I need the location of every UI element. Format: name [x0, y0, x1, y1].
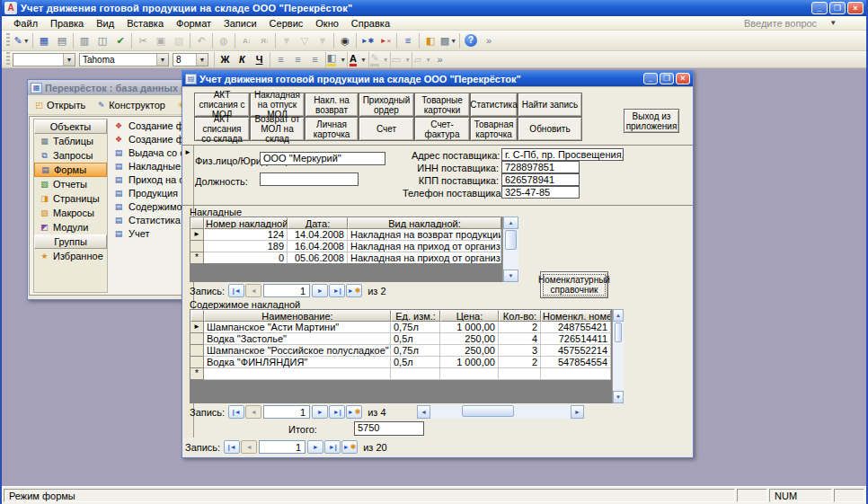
kpp-field[interactable]: 626578941: [501, 173, 580, 186]
next-record-button[interactable]: ►: [312, 284, 328, 297]
minimize-button[interactable]: _: [811, 2, 828, 14]
underline-button[interactable]: Ч: [251, 52, 268, 67]
help-icon[interactable]: ?: [462, 32, 480, 49]
scroll-left-icon[interactable]: ◄: [417, 405, 430, 419]
nomenclature-directory-button[interactable]: Номенклатурный справочник: [540, 271, 608, 298]
line-border-width-icon[interactable]: ▭▼: [393, 52, 410, 67]
ask-question-input[interactable]: Введите вопрос ▼: [744, 18, 859, 29]
font-size-combo[interactable]: 8▼: [173, 53, 208, 66]
print-icon[interactable]: ▥: [75, 32, 93, 49]
menu-records[interactable]: Записи: [217, 17, 263, 30]
sidebar-item-favorites[interactable]: ★Избранное: [34, 249, 107, 263]
toolbar-options-icon[interactable]: »: [480, 32, 498, 49]
align-left-icon[interactable]: ≡: [272, 52, 289, 67]
design-button[interactable]: ✎ Конструктор: [94, 99, 167, 111]
open-button[interactable]: ◰ Открыть: [32, 99, 87, 111]
new-record-icon[interactable]: ►✱: [359, 32, 376, 49]
next-record-button[interactable]: ►: [307, 440, 323, 454]
new-object-icon[interactable]: ▩▼: [439, 32, 457, 49]
table-row[interactable]: Водка "ФИНЛЯНДИЯ" 0,5л 1 000,00 2 547854…: [190, 357, 611, 368]
previous-record-button[interactable]: ◄: [241, 440, 257, 454]
groups-header[interactable]: Группы: [34, 234, 107, 249]
scroll-up-icon[interactable]: ▲: [613, 309, 624, 322]
filter-by-selection-icon[interactable]: ▼: [278, 32, 296, 49]
scroll-up-icon[interactable]: ▲: [503, 217, 518, 229]
view-design-icon[interactable]: ✎▼: [13, 32, 31, 49]
line-color-icon[interactable]: ✎▼: [371, 52, 388, 67]
row-selector[interactable]: [190, 241, 204, 252]
new-record-button[interactable]: ►✱: [346, 284, 362, 297]
sidebar-item-modules[interactable]: ◩Модули: [34, 220, 107, 234]
table-row[interactable]: ► Шампанское "Асти Мартини" 0,75л 1 000,…: [190, 322, 611, 333]
menu-help[interactable]: Справка: [345, 17, 396, 30]
find-icon[interactable]: ◉: [336, 32, 354, 49]
tovarnye-kartochki-button[interactable]: Товарные карточки: [414, 93, 470, 117]
inn-field[interactable]: 728897851: [501, 161, 580, 173]
align-right-icon[interactable]: ≡: [306, 52, 323, 67]
spelling-icon[interactable]: ✔: [111, 32, 129, 49]
scroll-track[interactable]: [430, 405, 571, 419]
object-combo[interactable]: ▼: [13, 53, 75, 66]
last-record-button[interactable]: ►|: [329, 405, 345, 419]
filter-by-form-icon[interactable]: ▽: [296, 32, 314, 49]
current-record-box[interactable]: 1: [263, 405, 310, 419]
menu-edit[interactable]: Правка: [44, 17, 90, 30]
special-effect-icon[interactable]: ▱▼: [414, 52, 431, 67]
col-qty[interactable]: Кол-во:: [499, 310, 541, 322]
last-record-button[interactable]: ►|: [324, 440, 341, 454]
scroll-thumb[interactable]: [505, 230, 517, 250]
new-record-button[interactable]: ►✱: [346, 405, 362, 419]
insert-hyperlink-icon[interactable]: ◍: [215, 32, 233, 49]
file-search-icon[interactable]: ▤: [53, 32, 71, 49]
close-button[interactable]: ×: [847, 2, 864, 14]
col-price[interactable]: Цена:: [440, 310, 499, 322]
menu-insert[interactable]: Вставка: [120, 17, 170, 30]
vozvrat-ot-mol-button[interactable]: Возврат от МОЛ на склад: [250, 117, 305, 141]
contents-vertical-scrollbar[interactable]: ▲ ▼: [612, 309, 624, 403]
col-invoice-type[interactable]: Вид накладной:: [348, 217, 501, 229]
nayti-zapis-button[interactable]: Найти запись: [518, 93, 582, 117]
schet-button[interactable]: Счет: [359, 117, 414, 141]
form-window-titlebar[interactable]: ▤ Учет движения готовой продукции на скл…: [182, 71, 693, 86]
sidebar-item-forms[interactable]: ▤Формы: [34, 163, 107, 177]
row-selector[interactable]: [190, 333, 204, 345]
menu-window[interactable]: Окно: [309, 17, 345, 30]
save-icon[interactable]: ▦: [35, 32, 53, 49]
delete-record-icon[interactable]: ►×: [376, 32, 394, 49]
objects-header[interactable]: Объекты: [34, 119, 107, 134]
database-window-icon[interactable]: ◧: [421, 32, 439, 49]
act-spisania-sklada-button[interactable]: АКТ списания со склада: [194, 117, 250, 141]
table-row-new[interactable]: *: [190, 368, 611, 380]
nakl-vozvrat-button[interactable]: Накл. на возврат: [305, 93, 359, 117]
row-selector[interactable]: ►: [190, 229, 204, 241]
exit-application-button[interactable]: Выход из приложения: [624, 109, 679, 133]
scroll-down-icon[interactable]: ▼: [613, 391, 624, 403]
sidebar-item-queries[interactable]: ⧉Запросы: [34, 148, 107, 163]
menu-format[interactable]: Формат: [170, 17, 217, 30]
statistika-button[interactable]: Статистика: [470, 93, 518, 117]
current-record-box[interactable]: 1: [259, 440, 306, 454]
position-field[interactable]: [260, 172, 359, 186]
previous-record-button[interactable]: ◄: [245, 405, 261, 419]
font-name-combo[interactable]: Tahoma▼: [79, 53, 169, 66]
italic-button[interactable]: К: [234, 52, 251, 67]
toolbar-grip[interactable]: [6, 33, 10, 48]
undo-icon[interactable]: ↶: [192, 32, 210, 49]
corner-cell[interactable]: [190, 310, 204, 322]
sort-descending-icon[interactable]: Я↓: [255, 32, 273, 49]
col-invoice-number[interactable]: Номер накладной:: [204, 217, 288, 229]
schet-faktura-button[interactable]: Счет-фактура: [414, 117, 470, 141]
sort-ascending-icon[interactable]: А↓: [237, 32, 255, 49]
apply-filter-icon[interactable]: ▼: [314, 32, 332, 49]
chevron-down-icon[interactable]: ▼: [829, 19, 837, 27]
align-center-icon[interactable]: ≡: [289, 52, 306, 67]
properties-icon[interactable]: ≡: [399, 32, 417, 49]
nakladnaya-otpusk-button[interactable]: Накладная на отпуск МОЛ: [250, 93, 305, 117]
restore-button[interactable]: ❐: [829, 2, 846, 14]
corner-cell[interactable]: [190, 217, 204, 229]
first-record-button[interactable]: |◄: [224, 440, 240, 454]
col-date[interactable]: Дата:: [288, 217, 348, 229]
scroll-thumb[interactable]: [462, 405, 514, 417]
sidebar-item-reports[interactable]: ▧Отчеты: [34, 177, 107, 191]
table-row[interactable]: Шампанское "Российское полусладкое" 0,75…: [190, 345, 611, 357]
